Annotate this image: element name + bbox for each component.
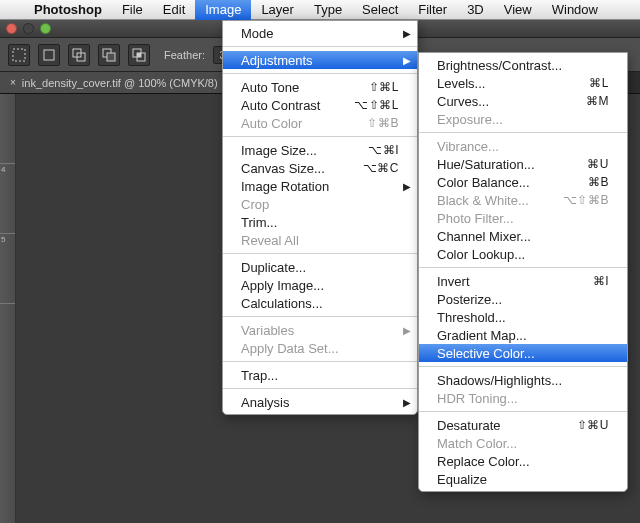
menu-item-label: Threshold... [437, 310, 506, 325]
menu-item-label: Gradient Map... [437, 328, 527, 343]
adjustments-menu-item[interactable]: Equalize [419, 470, 627, 488]
adjustments-menu-separator [419, 132, 627, 133]
submenu-arrow-icon: ▶ [403, 181, 411, 192]
menu-item-label: Trim... [241, 215, 277, 230]
image-menu-item: Apply Data Set... [223, 339, 417, 357]
window-zoom-icon[interactable] [40, 23, 51, 34]
menu-item-label: Exposure... [437, 112, 503, 127]
menu-item-shortcut: ⌘B [588, 175, 609, 189]
menu-item-label: Image Rotation [241, 179, 329, 194]
menubar-filter[interactable]: Filter [408, 0, 457, 20]
image-menu-separator [223, 388, 417, 389]
menu-item-label: Image Size... [241, 143, 317, 158]
adjustments-menu-item[interactable]: Posterize... [419, 290, 627, 308]
menubar-view[interactable]: View [494, 0, 542, 20]
menu-item-label: Posterize... [437, 292, 502, 307]
menu-item-label: Canvas Size... [241, 161, 325, 176]
close-icon[interactable]: × [10, 77, 16, 88]
adjustments-menu-item[interactable]: Selective Color... [419, 344, 627, 362]
menu-item-label: Duplicate... [241, 260, 306, 275]
marquee-add-icon[interactable] [68, 44, 90, 66]
adjustments-menu-item[interactable]: Color Lookup... [419, 245, 627, 263]
vertical-ruler[interactable]: 4 5 [0, 94, 16, 523]
adjustments-menu-item[interactable]: Brightness/Contrast... [419, 56, 627, 74]
menu-item-shortcut: ⇧⌘L [369, 80, 399, 94]
menubar-edit[interactable]: Edit [153, 0, 195, 20]
menu-item-label: HDR Toning... [437, 391, 518, 406]
adjustments-menu-item[interactable]: Curves...⌘M [419, 92, 627, 110]
window-minimize-icon[interactable] [23, 23, 34, 34]
menubar-select[interactable]: Select [352, 0, 408, 20]
menubar-window[interactable]: Window [542, 0, 608, 20]
menu-item-label: Mode [241, 26, 274, 41]
menu-item-label: Apply Data Set... [241, 341, 339, 356]
adjustments-menu-item: Match Color... [419, 434, 627, 452]
image-menu: Mode▶Adjustments▶Auto Tone⇧⌘LAuto Contra… [222, 20, 418, 415]
adjustments-menu-item[interactable]: Desaturate⇧⌘U [419, 416, 627, 434]
marquee-intersect-icon[interactable] [128, 44, 150, 66]
adjustments-menu-item[interactable]: Gradient Map... [419, 326, 627, 344]
menu-item-label: Reveal All [241, 233, 299, 248]
image-menu-separator [223, 316, 417, 317]
menubar-image[interactable]: Image [195, 0, 251, 20]
menu-item-shortcut: ⌥⌘I [368, 143, 399, 157]
adjustments-menu-item[interactable]: Threshold... [419, 308, 627, 326]
image-menu-separator [223, 46, 417, 47]
menubar-layer[interactable]: Layer [251, 0, 304, 20]
image-menu-item[interactable]: Duplicate... [223, 258, 417, 276]
image-menu-item[interactable]: Trap... [223, 366, 417, 384]
menu-item-label: Shadows/Highlights... [437, 373, 562, 388]
menubar-type[interactable]: Type [304, 0, 352, 20]
menu-item-label: Crop [241, 197, 269, 212]
document-tab[interactable]: × ink_density_cover.tif @ 100% (CMYK/8) [0, 72, 229, 93]
marquee-tool-icon[interactable] [8, 44, 30, 66]
image-menu-item: Reveal All [223, 231, 417, 249]
menu-item-label: Hue/Saturation... [437, 157, 535, 172]
mac-menubar: Photoshop File Edit Image Layer Type Sel… [0, 0, 640, 20]
menubar-3d[interactable]: 3D [457, 0, 494, 20]
svg-rect-5 [107, 53, 115, 61]
menubar-file[interactable]: File [112, 0, 153, 20]
image-menu-item[interactable]: Apply Image... [223, 276, 417, 294]
image-menu-item[interactable]: Auto Tone⇧⌘L [223, 78, 417, 96]
adjustments-menu-item[interactable]: Levels...⌘L [419, 74, 627, 92]
image-menu-item[interactable]: Calculations... [223, 294, 417, 312]
image-menu-item: Variables▶ [223, 321, 417, 339]
document-tab-label: ink_density_cover.tif @ 100% (CMYK/8) [22, 77, 218, 89]
adjustments-menu-item[interactable]: Shadows/Highlights... [419, 371, 627, 389]
adjustments-menu-item[interactable]: Channel Mixer... [419, 227, 627, 245]
menu-item-shortcut: ⌘L [589, 76, 609, 90]
marquee-rect-icon[interactable] [38, 44, 60, 66]
marquee-subtract-icon[interactable] [98, 44, 120, 66]
menu-item-label: Curves... [437, 94, 489, 109]
image-menu-item[interactable]: Canvas Size...⌥⌘C [223, 159, 417, 177]
adjustments-menu-item[interactable]: Hue/Saturation...⌘U [419, 155, 627, 173]
image-menu-item[interactable]: Analysis▶ [223, 393, 417, 411]
image-menu-item[interactable]: Mode▶ [223, 24, 417, 42]
menu-item-label: Auto Color [241, 116, 302, 131]
submenu-arrow-icon: ▶ [403, 325, 411, 336]
menu-item-shortcut: ⌥⇧⌘L [354, 98, 399, 112]
menu-item-label: Channel Mixer... [437, 229, 531, 244]
image-menu-item[interactable]: Adjustments▶ [223, 51, 417, 69]
menu-item-label: Auto Tone [241, 80, 299, 95]
window-close-icon[interactable] [6, 23, 17, 34]
adjustments-menu-separator [419, 267, 627, 268]
adjustments-menu-item: Exposure... [419, 110, 627, 128]
image-menu-item[interactable]: Trim... [223, 213, 417, 231]
svg-rect-0 [13, 49, 25, 61]
menu-item-label: Adjustments [241, 53, 313, 68]
adjustments-menu-item[interactable]: Invert⌘I [419, 272, 627, 290]
image-menu-item: Crop [223, 195, 417, 213]
menu-item-shortcut: ⌥⌘C [363, 161, 399, 175]
image-menu-item[interactable]: Image Rotation▶ [223, 177, 417, 195]
menubar-app[interactable]: Photoshop [24, 0, 112, 20]
image-menu-item[interactable]: Auto Contrast⌥⇧⌘L [223, 96, 417, 114]
adjustments-menu-item[interactable]: Replace Color... [419, 452, 627, 470]
image-menu-item[interactable]: Image Size...⌥⌘I [223, 141, 417, 159]
menu-item-label: Photo Filter... [437, 211, 514, 226]
adjustments-menu-separator [419, 366, 627, 367]
image-menu-separator [223, 136, 417, 137]
adjustments-menu-item[interactable]: Color Balance...⌘B [419, 173, 627, 191]
menu-item-label: Black & White... [437, 193, 529, 208]
